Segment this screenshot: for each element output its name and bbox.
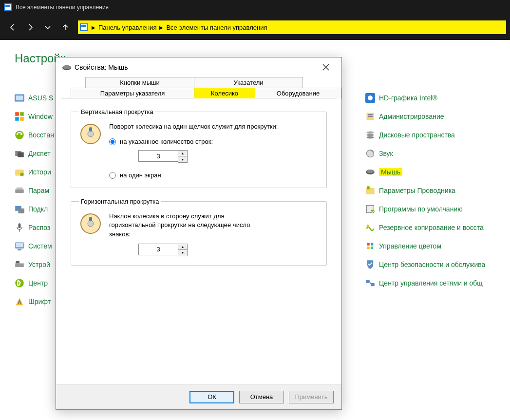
- control-panel-item[interactable]: Звук: [365, 144, 507, 163]
- svg-rect-27: [16, 261, 20, 264]
- mouse-icon: [62, 64, 72, 71]
- lines-input[interactable]: [138, 150, 178, 162]
- svg-rect-11: [20, 117, 24, 121]
- item-label: ASUS S: [28, 94, 53, 102]
- radio-lines-label: на указанное количество строк:: [120, 138, 213, 145]
- item-icon: [15, 278, 24, 288]
- breadcrumb-control-panel[interactable]: Панель управления: [96, 24, 158, 31]
- chars-input[interactable]: [138, 244, 178, 255]
- control-panel-item[interactable]: Программы по умолчанию: [365, 200, 507, 218]
- ok-button[interactable]: ОК: [189, 391, 234, 403]
- item-label: Восстан: [28, 131, 54, 139]
- item-icon: [365, 204, 375, 214]
- svg-text:A: A: [18, 300, 21, 305]
- tab-wheel[interactable]: Колесико: [194, 88, 255, 98]
- wheel-icon: [79, 122, 102, 146]
- svg-rect-33: [368, 114, 373, 115]
- mouse-properties-dialog: Свойства: Мышь Кнопки мыши Указатели Пар…: [56, 57, 342, 410]
- spin-down-button[interactable]: ▼: [178, 250, 187, 256]
- item-icon: [365, 167, 375, 177]
- tab-pointers[interactable]: Указатели: [194, 77, 303, 88]
- item-label: Параметры Проводника: [379, 187, 455, 194]
- control-panel-item[interactable]: Центр безопасности и обслужива: [365, 255, 507, 274]
- breadcrumb-all-items[interactable]: Все элементы панели управления: [164, 24, 269, 31]
- svg-rect-17: [15, 190, 24, 193]
- wheel-icon: [79, 212, 102, 235]
- svg-rect-20: [19, 209, 25, 213]
- radio-screen-label: на один экран: [120, 172, 161, 179]
- control-panel-item[interactable]: Параметры Проводника: [365, 181, 507, 200]
- item-icon: [365, 112, 375, 121]
- control-panel-item[interactable]: HD-графика Intel®: [365, 89, 507, 107]
- svg-rect-46: [367, 243, 370, 246]
- address-bar[interactable]: ▶ Панель управления ▶ Все элементы панел…: [78, 20, 506, 34]
- control-panel-item[interactable]: Центр управления сетями и общ: [365, 274, 507, 292]
- svg-rect-34: [368, 116, 373, 117]
- radio-screen-input[interactable]: [109, 172, 116, 179]
- item-label: Window: [28, 113, 53, 120]
- vertical-scroll-text: Поворот колесика на один щелчок служит д…: [109, 122, 319, 131]
- lines-spinner: ▲ ▼: [138, 150, 319, 163]
- control-panel-item[interactable]: Мышь: [365, 163, 507, 181]
- item-label: Администрирование: [379, 113, 444, 120]
- item-icon: [15, 186, 24, 195]
- svg-rect-51: [371, 283, 375, 286]
- vertical-scroll-group: Вертикальная прокрутка Поворот колесика …: [71, 108, 327, 188]
- svg-line-52: [370, 281, 371, 284]
- svg-rect-5: [81, 25, 86, 27]
- item-label: Мышь: [379, 168, 402, 176]
- svg-point-36: [367, 134, 374, 136]
- item-label: Центр: [28, 279, 48, 287]
- item-label: Звук: [379, 150, 393, 157]
- spin-down-button[interactable]: ▼: [178, 156, 187, 162]
- svg-rect-9: [20, 112, 24, 116]
- item-icon: [15, 260, 24, 269]
- dialog-body: Вертикальная прокрутка Поворот колесика …: [61, 98, 337, 376]
- svg-rect-42: [367, 186, 370, 189]
- chars-spinner: ▲ ▼: [138, 244, 319, 256]
- svg-point-31: [368, 95, 373, 100]
- cancel-button[interactable]: Отмена: [239, 391, 284, 403]
- svg-point-37: [367, 136, 374, 139]
- svg-rect-21: [19, 223, 21, 228]
- control-panel-item[interactable]: Резервное копирование и восста: [365, 218, 507, 237]
- item-label: Подкл: [28, 205, 48, 213]
- svg-rect-10: [15, 117, 19, 121]
- svg-rect-24: [16, 243, 23, 248]
- chevron-right-icon[interactable]: ▶: [158, 25, 164, 30]
- radio-lines[interactable]: на указанное количество строк:: [109, 138, 319, 145]
- item-icon: [15, 93, 24, 103]
- close-button[interactable]: [316, 57, 336, 77]
- control-panel-icon: [4, 3, 12, 11]
- forward-button[interactable]: [21, 19, 39, 36]
- spin-up-button[interactable]: ▲: [178, 244, 187, 250]
- navbar: ▶ Панель управления ▶ Все элементы панел…: [0, 15, 510, 40]
- apply-button[interactable]: Применить: [289, 391, 334, 403]
- item-label: Программы по умолчанию: [379, 205, 463, 213]
- control-panel-item[interactable]: Администрирование: [365, 107, 507, 126]
- svg-rect-2: [5, 5, 10, 7]
- control-panel-item[interactable]: Дисковые пространства: [365, 126, 507, 144]
- item-label: Распоз: [28, 224, 50, 231]
- item-label: Центр управления сетями и общ: [379, 279, 483, 287]
- tab-hardware[interactable]: Оборудование: [255, 88, 341, 98]
- item-label: Шрифт: [28, 298, 51, 305]
- recent-button[interactable]: [39, 19, 57, 36]
- radio-lines-input[interactable]: [109, 138, 116, 145]
- item-icon: [365, 260, 375, 269]
- tab-buttons[interactable]: Кнопки мыши: [85, 77, 194, 88]
- radio-screen[interactable]: на один экран: [109, 172, 319, 179]
- back-button[interactable]: [4, 19, 21, 36]
- svg-rect-25: [18, 249, 21, 250]
- tab-pointer-options[interactable]: Параметры указателя: [71, 88, 194, 98]
- svg-point-62: [88, 221, 94, 227]
- control-panel-item[interactable]: Управление цветом: [365, 237, 507, 255]
- up-button[interactable]: [57, 19, 74, 36]
- spin-up-button[interactable]: ▲: [178, 151, 187, 156]
- item-icon: [15, 241, 24, 251]
- item-icon: [365, 223, 375, 232]
- item-label: Парам: [28, 187, 49, 194]
- svg-rect-7: [16, 95, 23, 100]
- chevron-right-icon[interactable]: ▶: [91, 25, 96, 30]
- tab-row-1: Кнопки мыши Указатели: [56, 77, 341, 88]
